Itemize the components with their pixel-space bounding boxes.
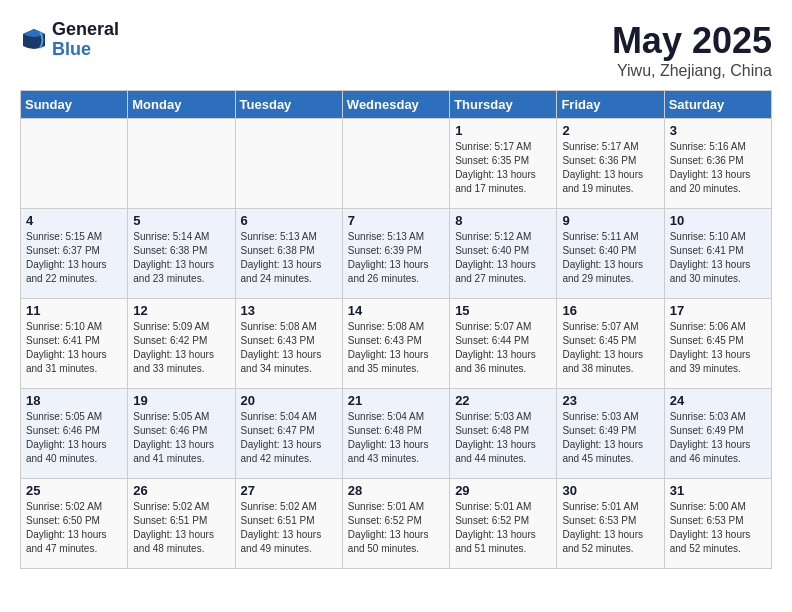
day-detail: Sunrise: 5:17 AM Sunset: 6:36 PM Dayligh… [562, 140, 658, 196]
calendar-cell: 14Sunrise: 5:08 AM Sunset: 6:43 PM Dayli… [342, 299, 449, 389]
day-number: 28 [348, 483, 444, 498]
day-detail: Sunrise: 5:14 AM Sunset: 6:38 PM Dayligh… [133, 230, 229, 286]
day-detail: Sunrise: 5:12 AM Sunset: 6:40 PM Dayligh… [455, 230, 551, 286]
day-detail: Sunrise: 5:06 AM Sunset: 6:45 PM Dayligh… [670, 320, 766, 376]
calendar-cell [21, 119, 128, 209]
day-number: 7 [348, 213, 444, 228]
day-number: 2 [562, 123, 658, 138]
day-detail: Sunrise: 5:01 AM Sunset: 6:53 PM Dayligh… [562, 500, 658, 556]
logo: General Blue [20, 20, 119, 60]
day-number: 19 [133, 393, 229, 408]
calendar-cell [342, 119, 449, 209]
calendar-cell [235, 119, 342, 209]
day-number: 9 [562, 213, 658, 228]
day-number: 30 [562, 483, 658, 498]
day-detail: Sunrise: 5:03 AM Sunset: 6:49 PM Dayligh… [562, 410, 658, 466]
calendar-cell: 20Sunrise: 5:04 AM Sunset: 6:47 PM Dayli… [235, 389, 342, 479]
weekday-header-wednesday: Wednesday [342, 91, 449, 119]
day-number: 22 [455, 393, 551, 408]
calendar-cell: 24Sunrise: 5:03 AM Sunset: 6:49 PM Dayli… [664, 389, 771, 479]
calendar-week-row: 18Sunrise: 5:05 AM Sunset: 6:46 PM Dayli… [21, 389, 772, 479]
day-detail: Sunrise: 5:02 AM Sunset: 6:51 PM Dayligh… [133, 500, 229, 556]
day-detail: Sunrise: 5:16 AM Sunset: 6:36 PM Dayligh… [670, 140, 766, 196]
day-number: 15 [455, 303, 551, 318]
day-detail: Sunrise: 5:13 AM Sunset: 6:39 PM Dayligh… [348, 230, 444, 286]
day-detail: Sunrise: 5:03 AM Sunset: 6:49 PM Dayligh… [670, 410, 766, 466]
calendar-cell: 25Sunrise: 5:02 AM Sunset: 6:50 PM Dayli… [21, 479, 128, 569]
day-number: 4 [26, 213, 122, 228]
calendar-cell: 9Sunrise: 5:11 AM Sunset: 6:40 PM Daylig… [557, 209, 664, 299]
day-number: 24 [670, 393, 766, 408]
calendar-cell: 10Sunrise: 5:10 AM Sunset: 6:41 PM Dayli… [664, 209, 771, 299]
day-number: 5 [133, 213, 229, 228]
day-detail: Sunrise: 5:17 AM Sunset: 6:35 PM Dayligh… [455, 140, 551, 196]
day-detail: Sunrise: 5:03 AM Sunset: 6:48 PM Dayligh… [455, 410, 551, 466]
day-detail: Sunrise: 5:07 AM Sunset: 6:45 PM Dayligh… [562, 320, 658, 376]
weekday-header-sunday: Sunday [21, 91, 128, 119]
day-number: 27 [241, 483, 337, 498]
calendar-week-row: 1Sunrise: 5:17 AM Sunset: 6:35 PM Daylig… [21, 119, 772, 209]
day-number: 20 [241, 393, 337, 408]
calendar-cell: 30Sunrise: 5:01 AM Sunset: 6:53 PM Dayli… [557, 479, 664, 569]
day-detail: Sunrise: 5:13 AM Sunset: 6:38 PM Dayligh… [241, 230, 337, 286]
day-number: 23 [562, 393, 658, 408]
day-detail: Sunrise: 5:05 AM Sunset: 6:46 PM Dayligh… [26, 410, 122, 466]
day-number: 29 [455, 483, 551, 498]
weekday-header-row: SundayMondayTuesdayWednesdayThursdayFrid… [21, 91, 772, 119]
calendar-cell: 5Sunrise: 5:14 AM Sunset: 6:38 PM Daylig… [128, 209, 235, 299]
day-detail: Sunrise: 5:10 AM Sunset: 6:41 PM Dayligh… [26, 320, 122, 376]
day-detail: Sunrise: 5:02 AM Sunset: 6:50 PM Dayligh… [26, 500, 122, 556]
day-number: 25 [26, 483, 122, 498]
calendar-cell: 7Sunrise: 5:13 AM Sunset: 6:39 PM Daylig… [342, 209, 449, 299]
day-number: 10 [670, 213, 766, 228]
calendar-cell: 21Sunrise: 5:04 AM Sunset: 6:48 PM Dayli… [342, 389, 449, 479]
calendar-cell: 22Sunrise: 5:03 AM Sunset: 6:48 PM Dayli… [450, 389, 557, 479]
calendar-cell: 3Sunrise: 5:16 AM Sunset: 6:36 PM Daylig… [664, 119, 771, 209]
calendar-cell: 29Sunrise: 5:01 AM Sunset: 6:52 PM Dayli… [450, 479, 557, 569]
calendar-cell: 11Sunrise: 5:10 AM Sunset: 6:41 PM Dayli… [21, 299, 128, 389]
day-detail: Sunrise: 5:04 AM Sunset: 6:48 PM Dayligh… [348, 410, 444, 466]
page-header: General Blue May 2025 Yiwu, Zhejiang, Ch… [20, 20, 772, 80]
day-number: 13 [241, 303, 337, 318]
calendar-cell: 2Sunrise: 5:17 AM Sunset: 6:36 PM Daylig… [557, 119, 664, 209]
calendar-cell: 15Sunrise: 5:07 AM Sunset: 6:44 PM Dayli… [450, 299, 557, 389]
calendar-cell: 23Sunrise: 5:03 AM Sunset: 6:49 PM Dayli… [557, 389, 664, 479]
weekday-header-friday: Friday [557, 91, 664, 119]
calendar-cell: 17Sunrise: 5:06 AM Sunset: 6:45 PM Dayli… [664, 299, 771, 389]
day-number: 21 [348, 393, 444, 408]
calendar-cell: 1Sunrise: 5:17 AM Sunset: 6:35 PM Daylig… [450, 119, 557, 209]
weekday-header-thursday: Thursday [450, 91, 557, 119]
title-block: May 2025 Yiwu, Zhejiang, China [612, 20, 772, 80]
day-detail: Sunrise: 5:08 AM Sunset: 6:43 PM Dayligh… [348, 320, 444, 376]
calendar-cell: 12Sunrise: 5:09 AM Sunset: 6:42 PM Dayli… [128, 299, 235, 389]
calendar-cell: 28Sunrise: 5:01 AM Sunset: 6:52 PM Dayli… [342, 479, 449, 569]
day-detail: Sunrise: 5:02 AM Sunset: 6:51 PM Dayligh… [241, 500, 337, 556]
day-detail: Sunrise: 5:15 AM Sunset: 6:37 PM Dayligh… [26, 230, 122, 286]
day-number: 26 [133, 483, 229, 498]
calendar-week-row: 25Sunrise: 5:02 AM Sunset: 6:50 PM Dayli… [21, 479, 772, 569]
day-detail: Sunrise: 5:11 AM Sunset: 6:40 PM Dayligh… [562, 230, 658, 286]
day-detail: Sunrise: 5:05 AM Sunset: 6:46 PM Dayligh… [133, 410, 229, 466]
day-number: 16 [562, 303, 658, 318]
weekday-header-saturday: Saturday [664, 91, 771, 119]
day-detail: Sunrise: 5:10 AM Sunset: 6:41 PM Dayligh… [670, 230, 766, 286]
calendar-cell: 4Sunrise: 5:15 AM Sunset: 6:37 PM Daylig… [21, 209, 128, 299]
calendar-cell: 16Sunrise: 5:07 AM Sunset: 6:45 PM Dayli… [557, 299, 664, 389]
day-number: 6 [241, 213, 337, 228]
calendar-week-row: 11Sunrise: 5:10 AM Sunset: 6:41 PM Dayli… [21, 299, 772, 389]
day-number: 11 [26, 303, 122, 318]
calendar-cell: 6Sunrise: 5:13 AM Sunset: 6:38 PM Daylig… [235, 209, 342, 299]
calendar-cell: 13Sunrise: 5:08 AM Sunset: 6:43 PM Dayli… [235, 299, 342, 389]
day-number: 18 [26, 393, 122, 408]
day-number: 17 [670, 303, 766, 318]
logo-icon [20, 26, 48, 54]
calendar-table: SundayMondayTuesdayWednesdayThursdayFrid… [20, 90, 772, 569]
calendar-cell: 18Sunrise: 5:05 AM Sunset: 6:46 PM Dayli… [21, 389, 128, 479]
day-number: 12 [133, 303, 229, 318]
day-number: 8 [455, 213, 551, 228]
logo-general-text: General [52, 20, 119, 40]
weekday-header-tuesday: Tuesday [235, 91, 342, 119]
calendar-cell: 26Sunrise: 5:02 AM Sunset: 6:51 PM Dayli… [128, 479, 235, 569]
location-text: Yiwu, Zhejiang, China [612, 62, 772, 80]
calendar-cell [128, 119, 235, 209]
